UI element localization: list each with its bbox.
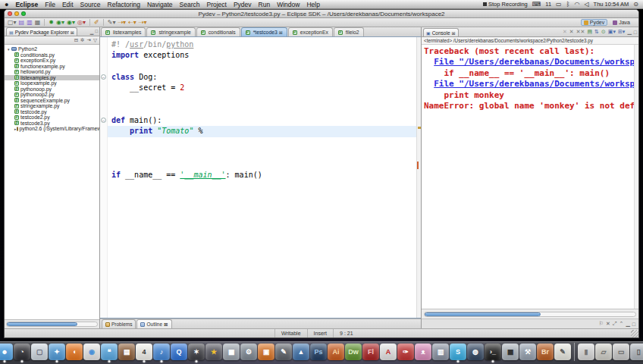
menu-item-navigate[interactable]: Navigate [147, 1, 173, 8]
menu-item-help[interactable]: Help [306, 1, 319, 8]
dock-icon-chrome[interactable]: ◉ [83, 344, 100, 360]
restore-icon[interactable]: ⤢ [613, 321, 617, 327]
run-icon[interactable]: ◉▾ [56, 19, 64, 26]
dock-icon-iphoto[interactable]: ✶ [188, 344, 205, 360]
code-editor[interactable]: #! /usr/bin/pythonimport exceptionsclass… [108, 37, 416, 318]
clear-console-icon[interactable]: ▤ [587, 29, 592, 35]
menu-item-refactoring[interactable]: Refactoring [108, 1, 140, 8]
tree-item-sequenceExample-py[interactable]: PsequenceExample.py [5, 98, 99, 104]
maximize-view-icon[interactable]: □ [632, 322, 635, 327]
dock-icon-globe-browser[interactable]: ◍ [467, 344, 484, 360]
profile-icon[interactable]: ◎▾ [77, 19, 86, 26]
editor-tab-testcode3[interactable]: P*testcode3⊠ [241, 27, 287, 36]
close-view-icon[interactable]: ✕ [606, 321, 610, 327]
back-icon[interactable]: ⇠▾ [128, 19, 136, 26]
spotlight-icon[interactable]: ⊙ [633, 1, 638, 8]
editor-tab-listexamples[interactable]: Plistexamples [101, 27, 146, 36]
console-tab[interactable]: ▣ Console ⊠ [423, 28, 459, 36]
annotation-icon[interactable]: ✎▾ [108, 19, 116, 26]
dock-icon-dashboard[interactable]: ◔ [14, 344, 30, 360]
maximize-view-icon[interactable]: □ [95, 29, 98, 34]
save-all-icon[interactable]: ▥ [27, 19, 33, 26]
run-last-icon[interactable]: ◉▾ [67, 19, 75, 26]
menu-item-run[interactable]: Run [259, 1, 271, 8]
dock-icon-ink-pen[interactable]: ✎ [275, 344, 292, 360]
display-console-icon[interactable]: ▣▾ [608, 29, 616, 35]
scroll-lock-icon[interactable]: ⇅ [594, 29, 599, 35]
minimize-icon[interactable]: ▁ [627, 29, 631, 35]
debug-icon[interactable]: ✹ [49, 19, 54, 26]
dock-icon-flash[interactable]: Fl [362, 344, 379, 360]
stack-trace-link[interactable]: File "/Users/derekbanas/Documents/worksp… [434, 79, 634, 89]
editor-fold-gutter[interactable]: −− [100, 37, 108, 318]
close-icon[interactable]: ⊠ [452, 30, 456, 36]
view-menu-icon[interactable]: ▽ [93, 37, 97, 43]
menu-item-edit[interactable]: Edit [62, 1, 74, 8]
explorer-hscrollbar[interactable] [5, 319, 99, 328]
dock-icon-preview[interactable]: ▢ [31, 344, 48, 360]
console-vscrollbar[interactable] [634, 45, 638, 309]
dock-icon-quicktime[interactable]: Q [171, 344, 187, 360]
up-icon[interactable]: ⌃ [619, 321, 624, 327]
remove-all-icon[interactable]: ✕✕ [576, 29, 585, 35]
keyboard-icon[interactable]: ⌨ [532, 1, 541, 8]
close-icon[interactable]: ⊠ [279, 30, 283, 35]
tree-item-pythonoop-py[interactable]: Ppythonoop.py [5, 86, 99, 93]
dock-icon-ichat[interactable]: ❝ [101, 344, 118, 360]
tree-item-helloworld-py[interactable]: Phelloworld.py [5, 69, 99, 75]
dock-icon-address-book[interactable]: ▤ [118, 344, 135, 360]
dock-icon-spaces[interactable]: ▦ [223, 344, 240, 360]
maximize-icon[interactable]: □ [634, 30, 637, 35]
window-title-bar[interactable]: Pydev – Python2/testcode3.py – Eclipse S… [5, 10, 638, 18]
dock-icon-calculator[interactable]: ▦ [502, 344, 519, 360]
dock-icon-flashlight[interactable]: ▮ [578, 344, 594, 360]
link-editor-icon[interactable]: ✲ [80, 37, 84, 43]
editor-tab-fileio2[interactable]: Pfileio2 [334, 27, 364, 36]
volume-icon[interactable]: ◁ [584, 1, 588, 8]
dock-icon-bridge[interactable]: Br [537, 344, 554, 360]
close-icon[interactable]: ⊠ [71, 30, 74, 35]
minimize-view-icon[interactable]: ▁ [626, 321, 629, 327]
editor-tab-stringexample[interactable]: Pstringexample [146, 27, 195, 36]
remove-launch-icon[interactable]: ✕ [569, 29, 574, 35]
next-edit-icon[interactable]: ⇢▾ [118, 19, 126, 26]
print-icon[interactable]: ▦ [35, 19, 41, 26]
tree-item-exceptionEx-py[interactable]: PexceptionEx.py [5, 58, 99, 64]
dock-icon-photoshop[interactable]: Ps [310, 344, 327, 360]
collapse-all-icon[interactable]: ⊟ [74, 37, 78, 43]
open-console-icon[interactable]: ⊞▾ [618, 29, 625, 35]
dock-icon-firefox[interactable]: ◖ [66, 344, 83, 360]
tree-item-interpreter[interactable]: ▸python2.6 (/System/Library/Frameworks [5, 126, 99, 132]
pin-console-icon[interactable]: ⊙ [601, 29, 606, 35]
tree-item-stringexample-py[interactable]: Pstringexample.py [5, 103, 99, 109]
tree-item-testcode3-py[interactable]: Ptestcode3.py [5, 121, 99, 127]
dock-icon-imovie[interactable]: ★ [205, 344, 222, 360]
stack-trace-link[interactable]: File "/Users/derekbanas/Documents/worksp… [434, 57, 634, 67]
dock-icon-textedit[interactable]: ✎ [554, 344, 571, 360]
close-icon[interactable]: ⊠ [164, 322, 168, 328]
view-tab-outline[interactable]: Outline⊠ [136, 319, 171, 328]
editor-overview-ruler[interactable] [416, 37, 421, 318]
dock-icon-terminal[interactable]: ›_ [485, 344, 501, 360]
menu-item-file[interactable]: File [45, 1, 55, 8]
tree-root-python2[interactable]: ▾Python2 [5, 46, 99, 52]
save-icon[interactable]: ▤ [19, 19, 25, 26]
package-explorer-tab[interactable]: ▤ Pydev Package Explorer ⊠ [6, 27, 77, 36]
menu-item-pydev[interactable]: Pydev [234, 1, 252, 8]
resize-grip-icon[interactable] [631, 330, 638, 337]
new-wizard-icon[interactable]: ▢▾ [8, 19, 17, 26]
editor-tab-conditionals[interactable]: Pconditionals [196, 27, 240, 36]
tree-item-listexamples-py[interactable]: Plistexamples.py [5, 75, 99, 81]
dock-icon-downloads-stack[interactable]: ▭ [613, 344, 629, 360]
menu-item-window[interactable]: Window [277, 1, 300, 8]
dock-icon-keynote[interactable]: ▣ [258, 344, 274, 360]
tree-item-pythonoop2-py[interactable]: Ppythonoop2.py [5, 92, 99, 98]
perspective-pydev[interactable]: Pydev [581, 19, 607, 26]
terminate-icon[interactable]: ✕ [563, 29, 567, 35]
dock-icon-trash[interactable]: ▯ [630, 344, 643, 360]
wifi-icon[interactable]: ◠ [574, 1, 579, 8]
perspective-java[interactable]: Java [610, 20, 632, 25]
menu-item-eclipse[interactable]: Eclipse [15, 1, 38, 8]
bluetooth-icon[interactable]: ᛒ [566, 1, 570, 8]
view-tab-problems[interactable]: Problems [102, 319, 136, 328]
